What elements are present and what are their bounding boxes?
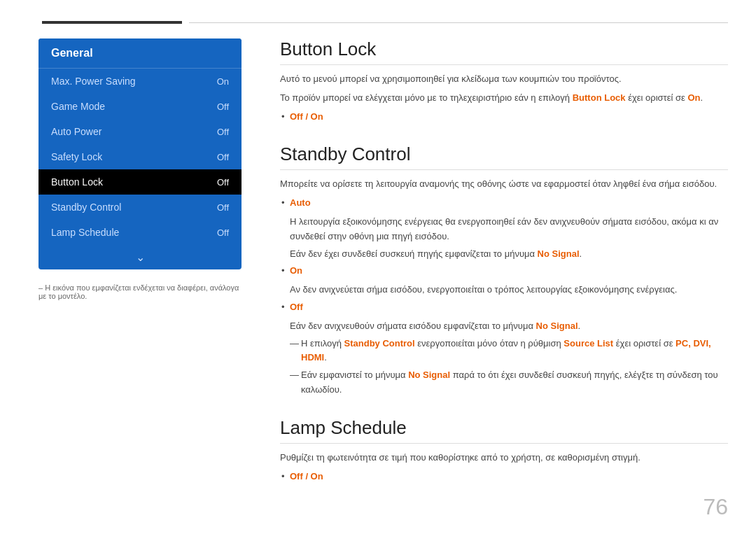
- bullet-auto-sub: Εάν δεν έχει συνδεθεί συσκευή πηγής εμφα…: [290, 247, 728, 262]
- sidebar-item-label: Auto Power: [51, 126, 102, 137]
- bullet-on-text: Αν δεν ανιχνεύεται σήμα εισόδου, ενεργοπ…: [290, 283, 728, 297]
- dash-note-standby-1: Η επιλογή Standby Control ενεργοποιείται…: [290, 337, 728, 366]
- sidebar-item-value: Off: [217, 127, 229, 137]
- top-line-light: [189, 22, 728, 23]
- sidebar-item-label: Safety Lock: [51, 151, 102, 162]
- sidebar-item-lamp-schedule[interactable]: Lamp Schedule Off: [38, 220, 241, 245]
- sidebar-item-value: Off: [217, 152, 229, 162]
- sub-text: Εάν δεν έχει συνδεθεί συσκευή πηγής εμφα…: [290, 248, 538, 259]
- sidebar-item-value: Off: [217, 227, 229, 238]
- page-number: 76: [703, 494, 728, 520]
- top-decoration: [0, 21, 756, 24]
- dash-note-standby-2: Εάν εμφανιστεί το μήνυμα No Signal παρά …: [290, 368, 728, 398]
- no-signal-highlight2: No Signal: [536, 321, 578, 331]
- section-title-button-lock: Button Lock: [280, 38, 728, 65]
- sidebar: General Max. Power Saving On Game Mode O…: [38, 38, 241, 269]
- sidebar-item-value: Off: [217, 101, 229, 112]
- hdmi-highlight: HDMI: [301, 352, 324, 363]
- sidebar-item-standby-control[interactable]: Standby Control Off: [38, 195, 241, 220]
- sidebar-header: General: [38, 38, 241, 69]
- sidebar-item-label: Standby Control: [51, 202, 121, 213]
- bullet-standby-auto: Auto: [290, 196, 728, 211]
- sub-period: .: [580, 248, 582, 259]
- bullet-label-auto: Auto: [290, 197, 311, 208]
- sidebar-item-value: On: [217, 76, 229, 87]
- off-text: Εάν δεν ανιχνευθούν σήματα εισόδου εμφαν…: [290, 321, 536, 331]
- bullet-button-lock-offon: Off / On: [290, 110, 728, 125]
- bullet-lamp-offon: Off / On: [290, 470, 728, 484]
- section-desc-button-lock-1: Αυτό το μενού μπορεί να χρησιμοποιηθεί γ…: [280, 72, 728, 87]
- note2-text1: Εάν εμφανιστεί το μήνυμα: [301, 370, 408, 380]
- sidebar-item-label: Max. Power Saving: [51, 76, 136, 87]
- off-period: .: [578, 321, 581, 331]
- pc-highlight: PC, DVI,: [676, 338, 711, 349]
- sidebar-item-button-lock[interactable]: Button Lock Off: [38, 169, 241, 195]
- sidebar-item-value: Off: [217, 177, 229, 188]
- bullet-label: Off / On: [290, 111, 323, 122]
- desc2-text: Το προϊόν μπορεί να ελέγχεται μόνο με το…: [280, 92, 570, 103]
- bullet-label-lamp: Off / On: [290, 471, 323, 482]
- sidebar-item-label: Button Lock: [51, 176, 103, 188]
- sidebar-item-label: Lamp Schedule: [51, 227, 119, 238]
- chevron-down-icon[interactable]: ⌄: [38, 245, 241, 269]
- note1-text2: ενεργοποιείται μόνο όταν η ρύθμιση: [415, 338, 564, 349]
- sidebar-item-safety-lock[interactable]: Safety Lock Off: [38, 144, 241, 169]
- section-lamp-schedule: Lamp Schedule Ρυθμίζει τη φωτεινότητα σε…: [280, 417, 728, 484]
- bullet-standby-on: On: [290, 264, 728, 279]
- sidebar-item-max-power-saving[interactable]: Max. Power Saving On: [38, 69, 241, 94]
- desc2-period: .: [701, 92, 704, 103]
- bullet-off-text: Εάν δεν ανιχνευθούν σήματα εισόδου εμφαν…: [290, 319, 728, 334]
- desc2-rest-text: έχει οριστεί σε: [628, 92, 685, 103]
- section-title-lamp-schedule: Lamp Schedule: [280, 417, 728, 444]
- sidebar-item-label: Game Mode: [51, 101, 105, 112]
- section-desc-lamp-schedule-1: Ρυθμίζει τη φωτεινότητα σε τιμή που καθο…: [280, 451, 728, 465]
- bullet-standby-off: Off: [290, 300, 728, 315]
- sidebar-item-game-mode[interactable]: Game Mode Off: [38, 94, 241, 119]
- note1-text3: έχει οριστεί σε: [613, 338, 676, 349]
- section-standby-control: Standby Control Μπορείτε να ορίσετε τη λ…: [280, 143, 728, 397]
- desc2-highlight: Button Lock: [573, 92, 626, 103]
- note1-text: Η επιλογή: [301, 338, 344, 349]
- bullet-label-off: Off: [290, 302, 303, 312]
- main-content: Button Lock Αυτό το μενού μπορεί να χρησ…: [280, 38, 728, 499]
- section-desc-button-lock-2: Το προϊόν μπορεί να ελέγχεται μόνο με το…: [280, 91, 728, 106]
- section-desc-standby-control-1: Μπορείτε να ορίσετε τη λειτουργία αναμον…: [280, 177, 728, 192]
- note1-period: .: [324, 352, 327, 363]
- bullet-label-on: On: [290, 265, 302, 276]
- source-list-highlight: Source List: [564, 338, 613, 349]
- no-signal-highlight3: No Signal: [408, 370, 450, 380]
- desc2-value: On: [687, 92, 700, 103]
- sidebar-item-value: Off: [217, 202, 229, 213]
- standby-control-highlight: Standby Control: [344, 338, 415, 349]
- sidebar-item-auto-power[interactable]: Auto Power Off: [38, 119, 241, 144]
- top-line-dark: [42, 21, 182, 24]
- sidebar-note: – Η εικόνα που εμφανίζεται ενδέχεται να …: [38, 283, 241, 300]
- bullet-auto-text: Η λειτουργία εξοικονόμησης ενέργειας θα …: [290, 215, 728, 244]
- no-signal-highlight: No Signal: [538, 248, 580, 259]
- section-button-lock: Button Lock Αυτό το μενού μπορεί να χρησ…: [280, 38, 728, 124]
- section-title-standby-control: Standby Control: [280, 143, 728, 170]
